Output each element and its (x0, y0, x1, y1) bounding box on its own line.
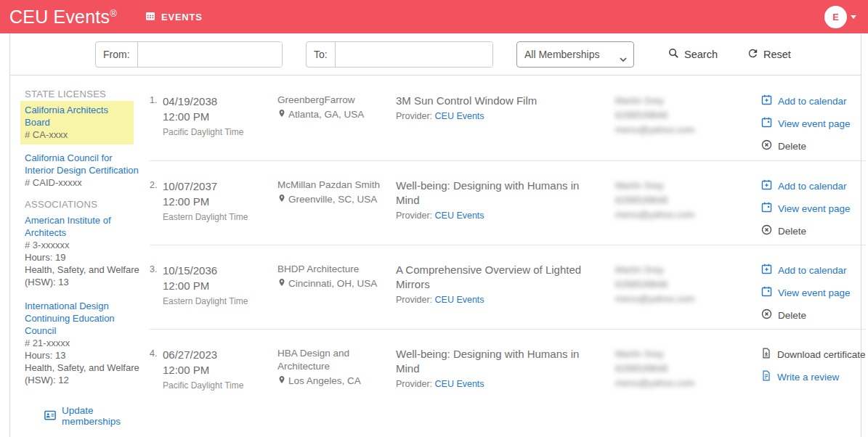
add-to-calendar-link[interactable]: Add to calendar (760, 179, 847, 193)
membership-select-wrap: All Memberships (516, 41, 634, 68)
association-hours: Hours: 13 (25, 349, 142, 362)
contact-name: Martin Srey (615, 347, 760, 362)
to-date-group: To: (306, 41, 493, 68)
nav-events-label: EVENTS (161, 12, 203, 23)
sidebar-license-link[interactable]: California Architects Board (25, 104, 128, 128)
from-date-group: From: (95, 41, 283, 68)
venue-name: BHDP Architecture (277, 263, 390, 276)
event-actions: Add to calendar View event page Delete (760, 263, 866, 329)
association-hours: Hours: 19 (25, 251, 142, 264)
membership-select[interactable]: All Memberships (516, 41, 634, 68)
event-title-cell: 3M Sun Control Window Film Provider: CEU… (396, 94, 615, 160)
event-date: 06/27/2023 (163, 347, 243, 362)
download-file-icon (760, 347, 772, 362)
event-timezone: Eastern Daylight Time (163, 296, 248, 306)
provider-label: Provider: (396, 211, 432, 221)
event-date: 04/19/2038 (163, 94, 243, 109)
event-contact-blurred: Martin Srey 6298539648 menu@yahoo.com (615, 263, 760, 329)
association-hsw: Health, Safety, and Welfare (HSW): 13 (25, 264, 142, 288)
event-title: 3M Sun Control Window Film (396, 94, 588, 108)
download-certificate-link[interactable]: Download certificate (760, 347, 866, 362)
provider-link[interactable]: CEU Events (435, 379, 484, 389)
contact-name: Martin Srey (615, 263, 760, 277)
calendar-event-icon (760, 201, 773, 216)
search-label: Search (684, 49, 718, 60)
main-card: From: To: All Memberships Search Rese (9, 33, 861, 437)
contact-email: menu@yahoo.com (615, 208, 760, 222)
association-number: # 21-xxxxx (25, 337, 142, 349)
contact-phone: 6298539648 (615, 193, 760, 208)
contact-email: menu@yahoo.com (615, 376, 760, 391)
sidebar-license-link[interactable]: California Council for Interior Design C… (25, 152, 142, 176)
sidebar-association-link[interactable]: International Design Continuing Educatio… (25, 300, 142, 337)
provider-label: Provider: (396, 295, 432, 305)
reset-button[interactable]: Reset (747, 47, 791, 62)
location-pin-icon (277, 375, 286, 387)
view-event-page-link[interactable]: View event page (760, 201, 851, 216)
app-header: CEU Events® EVENTS E (0, 0, 868, 33)
event-title-cell: Well-being: Designing with Humans in Min… (396, 179, 615, 245)
event-title-cell: A Comprehensive Overview of Lighted Mirr… (396, 263, 615, 329)
delete-circle-icon (760, 224, 773, 238)
write-review-link[interactable]: Write a review (760, 369, 839, 384)
event-date: 10/07/2037 (163, 179, 248, 194)
event-row: 4. 06/27/2023 12:00 PM Pacific Daylight … (150, 329, 866, 413)
contact-email: menu@yahoo.com (615, 292, 760, 306)
provider-link[interactable]: CEU Events (435, 111, 484, 121)
event-date-cell: 4. 06/27/2023 12:00 PM Pacific Daylight … (150, 347, 277, 413)
venue-location: Los Angeles, CA (288, 375, 361, 386)
caret-down-icon (851, 15, 856, 19)
delete-link[interactable]: Delete (760, 139, 806, 153)
from-label: From: (96, 42, 138, 67)
event-title: Well-being: Designing with Humans in Min… (396, 347, 588, 376)
delete-link[interactable]: Delete (760, 308, 806, 322)
brand-logo[interactable]: CEU Events® (9, 7, 117, 28)
venue-name: McMillan Pazdan Smith (277, 179, 390, 192)
event-contact-blurred: Martin Srey 6298539648 menu@yahoo.com (615, 179, 760, 245)
calendar-event-icon (760, 116, 773, 131)
contact-phone: 6298539648 (615, 277, 760, 292)
memberships-sidebar: STATE LICENSES California Architects Boa… (10, 75, 150, 437)
search-button[interactable]: Search (668, 47, 718, 62)
calendar-plus-icon (760, 94, 773, 108)
to-date-input[interactable] (336, 42, 492, 67)
view-event-page-link[interactable]: View event page (760, 285, 851, 300)
calendar-event-icon (760, 285, 773, 300)
add-to-calendar-link[interactable]: Add to calendar (760, 263, 847, 277)
reset-label: Reset (763, 49, 791, 60)
content-area: STATE LICENSES California Architects Boa… (10, 75, 861, 437)
license-item: California Council for Interior Design C… (25, 152, 142, 189)
venue-name: GreenbergFarrow (277, 94, 390, 107)
event-venue-cell: BHDP Architecture Cincinnati, OH, USA (277, 263, 396, 329)
venue-location: Cincinnati, OH, USA (288, 278, 377, 289)
venue-name: HBA Design and Architecture (277, 347, 390, 373)
event-number: 4. (150, 348, 159, 413)
sidebar-association-link[interactable]: American Institute of Architects (25, 214, 142, 239)
event-venue-cell: HBA Design and Architecture Los Angeles,… (277, 347, 396, 413)
nav-events[interactable]: EVENTS (145, 10, 203, 24)
account-menu[interactable]: E (824, 6, 856, 28)
contact-email: menu@yahoo.com (615, 123, 760, 137)
calendar-plus-icon (760, 179, 773, 193)
events-list: 1. 04/19/2038 12:00 PM Pacific Daylight … (150, 75, 866, 437)
add-to-calendar-link[interactable]: Add to calendar (760, 94, 847, 108)
avatar[interactable]: E (824, 6, 847, 28)
event-timezone: Pacific Daylight Time (163, 380, 243, 391)
event-date-cell: 2. 10/07/2037 12:00 PM Eastern Daylight … (150, 179, 277, 245)
delete-circle-icon (760, 308, 773, 322)
location-pin-icon (277, 108, 286, 121)
registered-mark: ® (110, 7, 117, 18)
calendar-plus-icon (760, 263, 773, 277)
association-item: International Design Continuing Educatio… (25, 300, 142, 386)
from-date-input[interactable] (138, 42, 282, 67)
event-title: A Comprehensive Overview of Lighted Mirr… (396, 263, 588, 292)
view-event-page-link[interactable]: View event page (760, 116, 851, 131)
delete-circle-icon (760, 139, 773, 153)
contact-name: Martin Srey (615, 179, 760, 193)
review-file-icon (760, 369, 772, 384)
provider-link[interactable]: CEU Events (435, 211, 484, 221)
association-item: American Institute of Architects # 3-xxx… (25, 214, 142, 288)
delete-link[interactable]: Delete (760, 224, 806, 238)
provider-link[interactable]: CEU Events (435, 295, 484, 305)
update-memberships-button[interactable]: Update memberships (44, 405, 142, 427)
